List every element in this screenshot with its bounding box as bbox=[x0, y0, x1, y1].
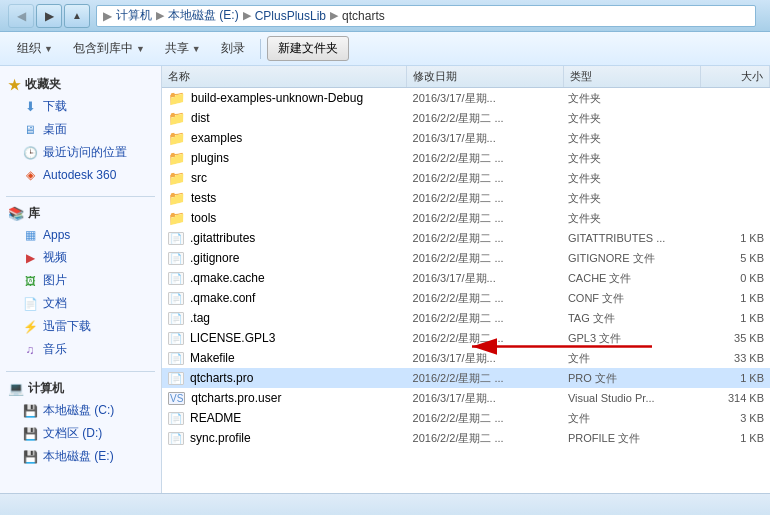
file-icon: 📄 bbox=[168, 332, 184, 345]
sidebar-item-xunlei[interactable]: ⚡ 迅雷下载 bbox=[0, 315, 161, 338]
sidebar-item-drive-e-label: 本地磁盘 (E:) bbox=[43, 448, 114, 465]
burn-button[interactable]: 刻录 bbox=[212, 36, 254, 61]
sidebar-item-music-label: 音乐 bbox=[43, 341, 67, 358]
file-date: 2016/2/2/星期二 ... bbox=[409, 291, 564, 306]
table-row[interactable]: 📄 .qmake.conf 2016/2/2/星期二 ... CONF 文件 1… bbox=[162, 288, 770, 308]
vs-file-icon: VS bbox=[168, 392, 185, 405]
table-row[interactable]: 📁 dist 2016/2/2/星期二 ... 文件夹 bbox=[162, 108, 770, 128]
file-type: 文件夹 bbox=[564, 191, 700, 206]
table-row[interactable]: 📁 examples 2016/3/17/星期... 文件夹 bbox=[162, 128, 770, 148]
sidebar-item-drive-c-label: 本地磁盘 (C:) bbox=[43, 402, 114, 419]
up-button[interactable]: ▲ bbox=[64, 4, 90, 28]
sidebar-item-autodesk[interactable]: ◈ Autodesk 360 bbox=[0, 164, 161, 186]
organize-button[interactable]: 组织 ▼ bbox=[8, 36, 62, 61]
libraries-section[interactable]: 📚 库 bbox=[0, 201, 161, 224]
file-name: 📄 qtcharts.pro bbox=[164, 371, 409, 385]
col-header-type[interactable]: 类型 bbox=[564, 66, 701, 87]
new-folder-button[interactable]: 新建文件夹 bbox=[267, 36, 349, 61]
share-button[interactable]: 共享 ▼ bbox=[156, 36, 210, 61]
table-row[interactable]: 📄 LICENSE.GPL3 2016/2/2/星期二 ... GPL3 文件 … bbox=[162, 328, 770, 348]
file-type: 文件夹 bbox=[564, 211, 700, 226]
library-icon: 📚 bbox=[8, 206, 24, 221]
table-row[interactable]: 📄 .qmake.cache 2016/3/17/星期... CACHE 文件 … bbox=[162, 268, 770, 288]
file-name: 📁 tools bbox=[164, 210, 409, 226]
sidebar-item-desktop[interactable]: 🖥 桌面 bbox=[0, 118, 161, 141]
table-row[interactable]: 📄 .gitattributes 2016/2/2/星期二 ... GITATT… bbox=[162, 228, 770, 248]
file-size: 1 KB bbox=[700, 232, 768, 244]
file-icon: 📄 bbox=[168, 352, 184, 365]
back-button[interactable]: ◀ bbox=[8, 4, 34, 28]
file-type: 文件夹 bbox=[564, 171, 700, 186]
photo-icon: 🖼 bbox=[22, 273, 38, 289]
file-date: 2016/2/2/星期二 ... bbox=[409, 231, 564, 246]
file-type: 文件 bbox=[564, 411, 700, 426]
sidebar-item-photo-label: 图片 bbox=[43, 272, 67, 289]
file-type: TAG 文件 bbox=[564, 311, 700, 326]
sidebar-item-xunlei-label: 迅雷下载 bbox=[43, 318, 91, 335]
file-name: 📁 plugins bbox=[164, 150, 409, 166]
table-row[interactable]: 📄 README 2016/2/2/星期二 ... 文件 3 KB bbox=[162, 408, 770, 428]
favorites-label: 收藏夹 bbox=[25, 76, 61, 93]
file-date: 2016/2/2/星期二 ... bbox=[409, 251, 564, 266]
table-row[interactable]: 📄 Makefile 2016/3/17/星期... 文件 33 KB bbox=[162, 348, 770, 368]
file-date: 2016/3/17/星期... bbox=[409, 391, 564, 406]
file-name: VS qtcharts.pro.user bbox=[164, 391, 409, 405]
table-row[interactable]: VS qtcharts.pro.user 2016/3/17/星期... Vis… bbox=[162, 388, 770, 408]
favorites-section[interactable]: ★ 收藏夹 bbox=[0, 72, 161, 95]
sidebar-item-drive-e[interactable]: 💾 本地磁盘 (E:) bbox=[0, 445, 161, 468]
file-type: GPL3 文件 bbox=[564, 331, 700, 346]
sidebar-item-drive-c[interactable]: 💾 本地磁盘 (C:) bbox=[0, 399, 161, 422]
table-row[interactable]: 📁 build-examples-unknown-Debug 2016/3/17… bbox=[162, 88, 770, 108]
video-icon: ▶ bbox=[22, 250, 38, 266]
xunlei-icon: ⚡ bbox=[22, 319, 38, 335]
file-name: 📄 README bbox=[164, 411, 409, 425]
col-header-name[interactable]: 名称 bbox=[162, 66, 407, 87]
file-date: 2016/3/17/星期... bbox=[409, 351, 564, 366]
col-header-size[interactable]: 大小 bbox=[701, 66, 770, 87]
file-name: 📄 .qmake.conf bbox=[164, 291, 409, 305]
address-bar[interactable]: ▶ 计算机 ▶ 本地磁盘 (E:) ▶ CPlusPlusLib ▶ qtcha… bbox=[96, 5, 756, 27]
sidebar-item-download[interactable]: ⬇ 下载 bbox=[0, 95, 161, 118]
sidebar-item-recent[interactable]: 🕒 最近访问的位置 bbox=[0, 141, 161, 164]
col-header-date[interactable]: 修改日期 bbox=[407, 66, 564, 87]
table-row[interactable]: 📄 .gitignore 2016/2/2/星期二 ... GITIGNORE … bbox=[162, 248, 770, 268]
include-library-label: 包含到库中 bbox=[73, 40, 133, 57]
sidebar-item-photo[interactable]: 🖼 图片 bbox=[0, 269, 161, 292]
file-name: 📄 .qmake.cache bbox=[164, 271, 409, 285]
sidebar-item-download-label: 下载 bbox=[43, 98, 67, 115]
table-row[interactable]: 📄 sync.profile 2016/2/2/星期二 ... PROFILE … bbox=[162, 428, 770, 448]
music-icon: ♫ bbox=[22, 342, 38, 358]
forward-button[interactable]: ▶ bbox=[36, 4, 62, 28]
sidebar-item-apps[interactable]: ▦ Apps bbox=[0, 224, 161, 246]
file-name: 📄 .gitattributes bbox=[164, 231, 409, 245]
burn-label: 刻录 bbox=[221, 40, 245, 57]
computer-section[interactable]: 💻 计算机 bbox=[0, 376, 161, 399]
sidebar-item-music[interactable]: ♫ 音乐 bbox=[0, 338, 161, 361]
file-type: GITIGNORE 文件 bbox=[564, 251, 700, 266]
new-folder-label: 新建文件夹 bbox=[278, 41, 338, 55]
table-row[interactable]: 📁 src 2016/2/2/星期二 ... 文件夹 bbox=[162, 168, 770, 188]
file-icon: 📄 bbox=[168, 432, 184, 445]
table-row[interactable]: 📁 tests 2016/2/2/星期二 ... 文件夹 bbox=[162, 188, 770, 208]
file-icon: 📄 bbox=[168, 232, 184, 245]
file-date: 2016/2/2/星期二 ... bbox=[409, 311, 564, 326]
sidebar-item-documents[interactable]: 📄 文档 bbox=[0, 292, 161, 315]
file-size: 35 KB bbox=[700, 332, 768, 344]
drive-c-icon: 💾 bbox=[22, 403, 38, 419]
table-row[interactable]: 📄 .tag 2016/2/2/星期二 ... TAG 文件 1 KB bbox=[162, 308, 770, 328]
status-bar bbox=[0, 493, 770, 515]
file-icon: 📄 bbox=[168, 252, 184, 265]
sidebar-item-drive-d[interactable]: 💾 文档区 (D:) bbox=[0, 422, 161, 445]
folder-icon: 📁 bbox=[168, 170, 185, 186]
sidebar-item-video[interactable]: ▶ 视频 bbox=[0, 246, 161, 269]
table-row[interactable]: 📄 qtcharts.pro 2016/2/2/星期二 ... PRO 文件 1… bbox=[162, 368, 770, 388]
file-size: 1 KB bbox=[700, 292, 768, 304]
include-library-button[interactable]: 包含到库中 ▼ bbox=[64, 36, 154, 61]
folder-icon: 📁 bbox=[168, 130, 185, 146]
file-list[interactable]: 📁 build-examples-unknown-Debug 2016/3/17… bbox=[162, 88, 770, 493]
file-date: 2016/2/2/星期二 ... bbox=[409, 111, 564, 126]
address-part-lib: CPlusPlusLib bbox=[255, 9, 326, 23]
table-row[interactable]: 📁 tools 2016/2/2/星期二 ... 文件夹 bbox=[162, 208, 770, 228]
share-arrow: ▼ bbox=[192, 44, 201, 54]
table-row[interactable]: 📁 plugins 2016/2/2/星期二 ... 文件夹 bbox=[162, 148, 770, 168]
